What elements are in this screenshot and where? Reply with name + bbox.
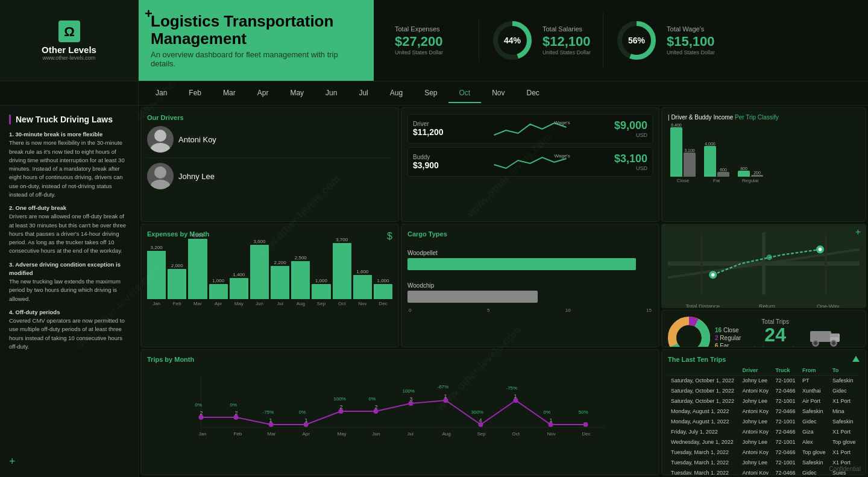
svg-text:Wage's: Wage's <box>555 120 570 125</box>
month-nov[interactable]: Nov <box>481 84 515 103</box>
svg-text:Jan: Jan <box>199 431 207 437</box>
salaries-ring: 44% <box>491 19 533 62</box>
svg-text:0%: 0% <box>299 409 306 415</box>
trip-to: Gidec <box>829 386 860 396</box>
cargo-panel: Cargo Types Woodpellet Woodchip 0 5 10 <box>401 224 659 347</box>
svg-text:1: 1 <box>444 393 447 399</box>
bar-jul: 2,200 Jul <box>271 260 289 306</box>
income-title: | Driver & Buddy Income Per Trip Classif… <box>668 114 860 121</box>
trip-date: Saturday, October 1, 2022 <box>668 386 739 396</box>
cargo-axis: 0 5 10 15 <box>407 308 653 313</box>
month-aug[interactable]: Aug <box>379 84 414 103</box>
map-stats: Total Distance 868 km Return 8 Trips One… <box>668 299 860 308</box>
trip-from: Gidec <box>799 417 829 427</box>
trip-truck: 72-1001 <box>773 417 799 427</box>
trip-from: Top glove <box>799 447 829 458</box>
bar-sep: 1,000 Sep <box>312 278 330 306</box>
bar-jun: 3,600 Jun <box>250 239 269 306</box>
table-row: Saturday, October 1, 2022Johny Lee72-100… <box>668 376 860 386</box>
bar-mar: 4,000 Mar <box>188 233 207 306</box>
trip-date: Tuesday, March 1, 2022 <box>668 468 739 476</box>
hired-label: Hired Transportation <box>750 346 800 348</box>
trips-month-title: Trips by Month <box>147 356 653 363</box>
wage-driver-total: $9,000 <box>611 119 647 132</box>
svg-text:Oct: Oct <box>512 431 520 437</box>
trip-driver: Johny Lee <box>739 437 772 447</box>
trips-donut <box>668 317 710 347</box>
kpi-expenses: Total Expenses $27,200 United States Dol… <box>383 19 479 62</box>
wages-ring: 56% <box>615 19 658 62</box>
trip-driver: Antoni Koy <box>739 406 772 417</box>
svg-text:-75%: -75% <box>506 385 518 391</box>
trip-to: Safeskin <box>829 417 860 427</box>
bar-feb: 2,000 Feb <box>168 263 186 306</box>
drivers-title: Our Drivers <box>147 114 392 121</box>
svg-point-11 <box>151 180 170 189</box>
month-apr[interactable]: Apr <box>247 84 280 103</box>
trip-from: Safeskin <box>799 458 829 468</box>
kpi-wages-label: Total Wage's <box>667 25 715 33</box>
svg-text:Mar: Mar <box>268 431 276 437</box>
svg-text:56%: 56% <box>628 36 646 45</box>
logo-icon: Ω <box>58 21 80 42</box>
month-feb[interactable]: Feb <box>178 84 212 103</box>
svg-text:2: 2 <box>200 410 203 416</box>
cargo-woodpellet-bar <box>407 258 636 270</box>
expenses-panel: Expenses by Month $ 3,200 Jan 2,000 Feb <box>140 224 399 347</box>
svg-text:100%: 100% <box>334 396 346 402</box>
month-jun[interactable]: Jun <box>315 84 348 103</box>
svg-text:May: May <box>338 431 347 437</box>
trip-truck: 72-0466 <box>773 447 799 458</box>
trips-legend: 16 Close 2 Regular 6 Far <box>715 327 741 348</box>
kpi-wages: 56% Total Wage's $15,100 United States D… <box>603 13 727 68</box>
svg-point-34 <box>832 342 835 344</box>
trips-table: Driver Truck From To Saturday, October 1… <box>668 365 860 475</box>
trips-total-wrap: Total Trips 24 Hired Transportation 5 Tr… <box>750 318 800 348</box>
col-to: To <box>829 365 860 376</box>
col-driver: Driver <box>739 365 772 376</box>
trip-truck: 72-0466 <box>773 386 799 396</box>
map-panel: + <box>661 224 866 308</box>
svg-text:-67%: -67% <box>438 384 449 390</box>
sidebar-title: New Truck Driving Laws <box>9 115 129 124</box>
month-sep[interactable]: Sep <box>414 84 448 103</box>
right-col-2: + <box>661 224 866 347</box>
last-ten-trips-panel: The Last Ten Trips Driver Truck From To <box>661 349 866 475</box>
month-jan[interactable]: Jan <box>145 84 178 103</box>
trip-from: Safeskin <box>799 406 829 417</box>
month-may[interactable]: May <box>279 84 315 103</box>
trip-to: X1 Port <box>829 396 860 406</box>
map-oneway-label: One-Way <box>814 303 841 308</box>
trip-from: Giza <box>799 427 829 437</box>
month-oct[interactable]: Oct <box>448 84 482 103</box>
trip-date: Tuesday, March 1, 2022 <box>668 447 739 458</box>
trip-from: Xunthai <box>799 386 829 396</box>
kpi-salaries-currency: United States Dollar <box>542 49 591 55</box>
cargo-woodchip-bar <box>407 291 538 303</box>
income-subtitle: Per Trip Classify <box>735 114 779 121</box>
month-mar[interactable]: Mar <box>212 84 247 103</box>
trip-date: Saturday, October 1, 2022 <box>668 376 739 386</box>
svg-text:300%: 300% <box>471 409 483 415</box>
trip-truck: 72-1001 <box>773 396 799 406</box>
bar-oct: 3,700 Oct <box>333 237 351 306</box>
driver-avatar-1 <box>147 126 174 153</box>
sidebar-plus-btn[interactable]: + <box>9 455 129 468</box>
map-plus-btn[interactable]: + <box>855 227 861 238</box>
trip-date: Monday, August 1, 2022 <box>668 406 739 417</box>
total-trips-content: 16 Close 2 Regular 6 Far Total Trips 24 … <box>668 317 860 347</box>
svg-text:1: 1 <box>269 417 272 423</box>
table-row: Tuesday, March 1, 2022Antoni Koy72-0466T… <box>668 447 860 458</box>
logo-section: Ω Other Levels www.other-levels.com <box>0 0 139 81</box>
trips-month-panel: Trips by Month <box>140 349 659 475</box>
trip-from: Air Port <box>799 396 829 406</box>
cargo-woodpellet: Woodpellet <box>407 250 653 270</box>
month-dec[interactable]: Dec <box>516 84 550 103</box>
sort-icon[interactable] <box>852 356 860 363</box>
col-from: From <box>799 365 829 376</box>
month-jul[interactable]: Jul <box>348 84 379 103</box>
trip-to: Safeskin <box>829 376 860 386</box>
svg-text:1: 1 <box>305 417 308 423</box>
trip-date: Friday, July 1, 2022 <box>668 427 739 437</box>
trip-truck: 72-0466 <box>773 406 799 417</box>
